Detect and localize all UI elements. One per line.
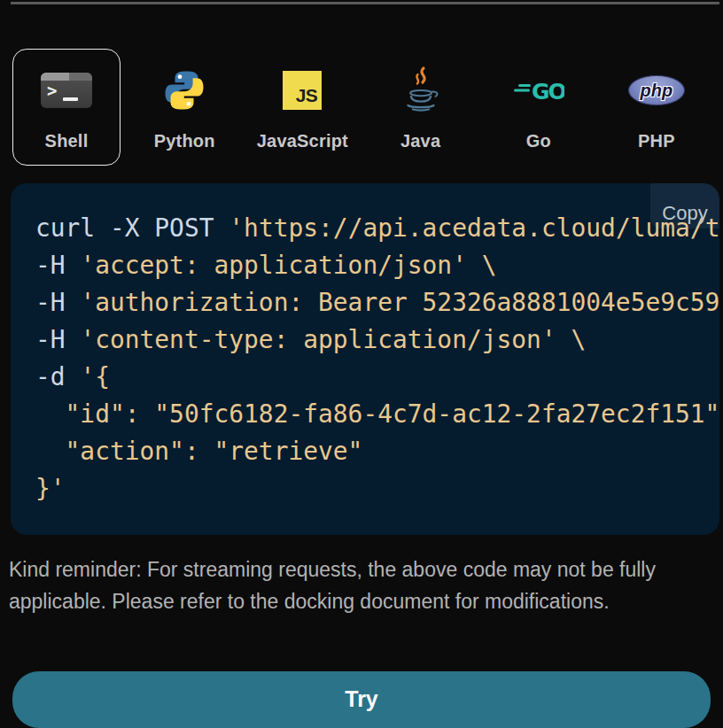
tab-go[interactable]: GO Go [485, 49, 593, 166]
tab-label: Shell [45, 131, 89, 151]
tab-javascript[interactable]: JS JavaScript [248, 49, 356, 166]
try-button[interactable]: Try [12, 671, 711, 728]
tab-python[interactable]: Python [130, 49, 238, 166]
code-content: curl -X POST 'https://api.acedata.cloud/… [11, 183, 719, 507]
java-icon [401, 66, 440, 115]
reminder-text: Kind reminder: For streaming requests, t… [9, 554, 698, 617]
python-icon [163, 69, 206, 112]
javascript-icon: JS [283, 71, 322, 110]
go-icon: GO [513, 77, 564, 104]
language-tabs: > Shell Python JS JavaScript [12, 49, 711, 166]
copy-button[interactable]: Copy [650, 183, 719, 228]
tab-label: Go [526, 131, 551, 151]
tab-label: PHP [638, 131, 675, 151]
code-block: curl -X POST 'https://api.acedata.cloud/… [11, 183, 719, 535]
tab-label: Python [154, 131, 215, 151]
tab-shell[interactable]: > Shell [12, 49, 120, 166]
tab-java[interactable]: Java [367, 49, 475, 166]
php-icon: php [628, 75, 685, 105]
tab-php[interactable]: php PHP [602, 49, 711, 166]
tab-label: Java [400, 131, 440, 151]
top-divider [11, 2, 719, 4]
svg-text:GO: GO [532, 79, 564, 104]
terminal-icon: > [41, 73, 92, 108]
tab-label: JavaScript [257, 131, 348, 151]
